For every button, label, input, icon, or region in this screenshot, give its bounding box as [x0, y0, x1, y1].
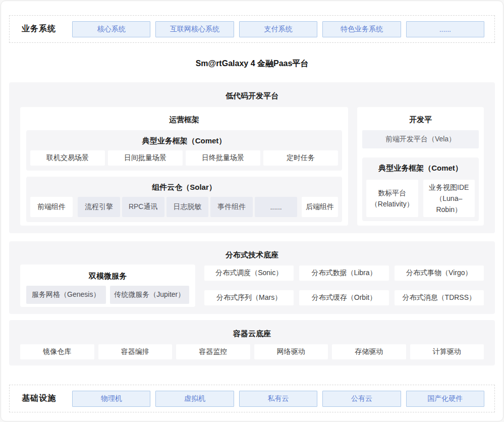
distributed-message-tdrss-chip: 分布式消息（TDRSS）: [395, 290, 484, 305]
comet-framework-title: 典型业务框架（Comet）: [30, 135, 338, 146]
architecture-diagram-page: 业务系统 核心系统 互联网核心系统 支付系统 特色业务系统 ...... Sm@…: [1, 1, 503, 421]
lowcode-content: 运营框架 典型业务框架（Comet） 联机交易场景 日间批量场景 日终批量场景 …: [9, 107, 495, 226]
business-system-internet-core[interactable]: 互联网核心系统: [155, 21, 234, 37]
container-orchestration-chip: 容器编排: [98, 344, 173, 359]
dev-platform-title: 开发平: [357, 107, 484, 125]
infrastructure-buttons: 物理机 虚拟机 私有云 公有云 国产化硬件: [72, 391, 484, 407]
vela-frontend-platform-chip: 前端开发平台（Vela）: [362, 130, 479, 148]
distributed-cache-orbit-chip: 分布式缓存（Orbit）: [299, 290, 388, 305]
comet-framework-subpanel: 典型业务框架（Comet） 联机交易场景 日间批量场景 日终批量场景 定时任务: [26, 130, 342, 171]
infra-virtual-machine[interactable]: 虚拟机: [155, 391, 234, 407]
distributed-grid: 分布式调度（Sonic） 分布式数据（Libra） 分布式事物（Virgo） 分…: [204, 266, 484, 307]
comet-item-online-trade: 联机交易场景: [30, 150, 105, 166]
container-monitoring-chip: 容器监控: [176, 344, 250, 359]
dual-mode-microservice-panel: 双模微服务 服务网格（Genesis） 传统微服务（Jupiter）: [20, 265, 195, 307]
comet-items-row: 联机交易场景 日间批量场景 日终批量场景 定时任务: [30, 150, 338, 166]
distributed-scheduling-sonic-chip: 分布式调度（Sonic）: [204, 266, 294, 281]
luna-robin-name: 业务视图IDE: [429, 182, 469, 193]
service-mesh-genesis-chip: 服务网格（Genesis）: [26, 286, 106, 304]
storage-driver-chip: 存储驱动: [332, 344, 406, 359]
solar-items-row: 前端组件 流程引擎 RPC通讯 日志脱敏 事件组件 ...... 后端组件: [30, 197, 338, 217]
solar-item-rpc: RPC通讯: [122, 197, 164, 217]
compute-driver-chip: 计算驱动: [410, 344, 484, 359]
infra-physical-machine[interactable]: 物理机: [72, 391, 150, 407]
container-base-title: 容器云底座: [9, 320, 495, 339]
solar-item-more: ......: [255, 197, 297, 217]
dev-platform-panel: 开发平 前端开发平台（Vela） 典型业务框架（Comet） 数标平台 （Rel…: [357, 107, 484, 226]
solar-subpanel: 组件云仓（Solar） 前端组件 流程引擎 RPC通讯 日志脱敏 事件组件 ..…: [26, 177, 342, 222]
infrastructure-row: 基础设施 物理机 虚拟机 私有云 公有云 国产化硬件: [9, 385, 495, 412]
dev-comet-subpanel: 典型业务框架（Comet） 数标平台 （Relativity） 业务视图IDE …: [362, 157, 479, 221]
distributed-base-title: 分布式技术底座: [9, 241, 495, 260]
page-title: Sm@rtGalaxy 4 金融Paas平台: [1, 58, 503, 69]
dev-comet-title: 典型业务框架（Comet）: [366, 163, 475, 174]
operation-framework-panel: 运营框架 典型业务框架（Comet） 联机交易场景 日间批量场景 日终批量场景 …: [20, 107, 348, 226]
dev-comet-items-row: 数标平台 （Relativity） 业务视图IDE （Luna–Robin）: [366, 180, 475, 217]
solar-item-log-masking: 日志脱敏: [166, 197, 209, 217]
infrastructure-label: 基础设施: [22, 393, 72, 404]
operation-framework-title: 运营框架: [20, 107, 348, 125]
solar-item-frontend-component: 前端组件: [30, 197, 73, 217]
container-items-row: 镜像仓库 容器编排 容器监控 网络驱动 存储驱动 计算驱动: [9, 344, 495, 359]
business-systems-buttons: 核心系统 互联网核心系统 支付系统 特色业务系统 ......: [72, 21, 484, 37]
solar-title: 组件云仓（Solar）: [30, 182, 338, 193]
relativity-platform-chip: 数标平台 （Relativity）: [366, 180, 418, 217]
solar-item-process-engine: 流程引擎: [78, 197, 120, 217]
dual-mode-title: 双模微服务: [20, 265, 195, 282]
comet-item-eod-batch: 日终批量场景: [186, 150, 260, 166]
distributed-content: 双模微服务 服务网格（Genesis） 传统微服务（Jupiter） 分布式调度…: [9, 265, 495, 307]
container-base-section: 容器云底座 镜像仓库 容器编排 容器监控 网络驱动 存储驱动 计算驱动: [9, 320, 495, 365]
luna-robin-ide-chip: 业务视图IDE （Luna–Robin）: [423, 180, 475, 217]
business-systems-row: 业务系统 核心系统 互联网核心系统 支付系统 特色业务系统 ......: [9, 15, 495, 43]
infra-domestic-hardware[interactable]: 国产化硬件: [406, 391, 484, 407]
solar-item-backend-component: 后端组件: [302, 197, 338, 217]
infra-private-cloud[interactable]: 私有云: [239, 391, 317, 407]
business-system-more[interactable]: ......: [406, 21, 484, 37]
business-system-core[interactable]: 核心系统: [72, 21, 150, 37]
business-system-special[interactable]: 特色业务系统: [322, 21, 401, 37]
relativity-name: 数标平台: [378, 187, 406, 198]
luna-robin-code: （Luna–Robin）: [423, 193, 475, 215]
network-driver-chip: 网络驱动: [254, 344, 328, 359]
traditional-microservice-jupiter-chip: 传统微服务（Jupiter）: [110, 286, 190, 304]
distributed-data-libra-chip: 分布式数据（Libra）: [299, 266, 388, 281]
lowcode-platform-title: 低代码开发平台: [9, 82, 495, 101]
infra-public-cloud[interactable]: 公有云: [322, 391, 401, 407]
business-system-payment[interactable]: 支付系统: [239, 21, 317, 37]
comet-item-scheduled-task: 定时任务: [263, 150, 338, 166]
business-systems-label: 业务系统: [22, 24, 72, 34]
relativity-code: （Relativity）: [371, 198, 414, 209]
comet-item-intraday-batch: 日间批量场景: [108, 150, 183, 166]
dual-mode-items-row: 服务网格（Genesis） 传统微服务（Jupiter）: [26, 286, 189, 304]
distributed-base-section: 分布式技术底座 双模微服务 服务网格（Genesis） 传统微服务（Jupite…: [9, 241, 495, 314]
image-registry-chip: 镜像仓库: [20, 344, 94, 359]
lowcode-platform-section: 低代码开发平台 运营框架 典型业务框架（Comet） 联机交易场景 日间批量场景…: [9, 82, 495, 233]
distributed-transaction-virgo-chip: 分布式事物（Virgo）: [395, 266, 484, 281]
distributed-sequence-mars-chip: 分布式序列（Mars）: [204, 290, 294, 305]
solar-item-event-component: 事件组件: [210, 197, 253, 217]
